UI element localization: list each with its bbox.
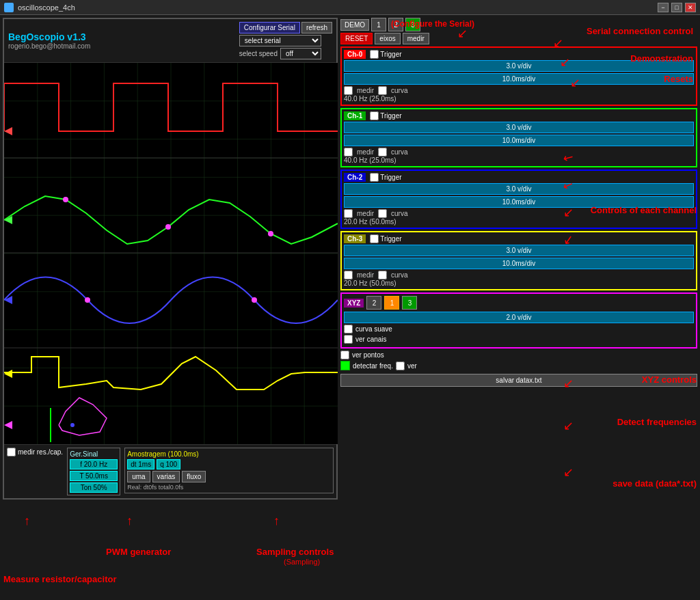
ch2-msdiv-button[interactable]: 10.0ms/div bbox=[344, 196, 694, 208]
save-button[interactable]: salvar datax.txt bbox=[340, 374, 697, 387]
ch1-curva-checkbox[interactable] bbox=[378, 148, 387, 156]
ch0-freq: 40.0 Hz (25.0ms) bbox=[344, 95, 694, 103]
svg-point-27 bbox=[268, 231, 273, 236]
uma-button[interactable]: uma bbox=[127, 471, 150, 482]
detectar-freq-label: detectar freq. bbox=[353, 362, 393, 370]
app-title: BegOscopio v1.3 bbox=[8, 31, 90, 42]
ver-canais-row: ver canais bbox=[344, 335, 694, 344]
ch1-curva-label: curva bbox=[391, 148, 407, 156]
ch3-trigger-label: Trigger bbox=[380, 235, 401, 243]
xyz-1-button[interactable]: 1 bbox=[384, 296, 399, 310]
ch0-curva-checkbox[interactable] bbox=[378, 86, 387, 95]
annotation-sampling-sub: (Sampling) bbox=[284, 558, 320, 566]
ch0-trigger-checkbox[interactable] bbox=[370, 50, 379, 59]
dt-display[interactable]: dt 1ms bbox=[127, 459, 154, 469]
app-icon bbox=[4, 3, 14, 12]
curva-suave-checkbox[interactable] bbox=[344, 325, 353, 333]
ch2-trigger-checkbox[interactable] bbox=[370, 173, 379, 182]
freq-hz-display[interactable]: f 20.0 Hz bbox=[70, 459, 118, 469]
ch0-vdiv-button[interactable]: 3.0 v/div bbox=[344, 60, 694, 72]
pwm-group: Ger.Sinal f 20.0 Hz T 50.0ms Ton 50% bbox=[67, 448, 120, 495]
ch2-trigger-label: Trigger bbox=[380, 174, 401, 181]
ch2-medir-checkbox[interactable] bbox=[344, 209, 353, 218]
ch3-freq: 20.0 Hz (50.0ms) bbox=[344, 279, 694, 287]
medir-res-checkbox[interactable] bbox=[7, 448, 16, 456]
configurar-serial-button[interactable]: Configurar Serial bbox=[239, 22, 300, 33]
ch3-medir-checkbox[interactable] bbox=[344, 271, 353, 279]
svg-point-29 bbox=[85, 297, 90, 303]
select-speed-dropdown[interactable]: off bbox=[280, 48, 321, 59]
window-controls: − □ ✕ bbox=[658, 3, 696, 12]
ch2-curva-checkbox[interactable] bbox=[378, 209, 387, 218]
sampling-title: Amostragem (100.0ms) bbox=[127, 450, 331, 458]
ch2-vdiv-button[interactable]: 3.0 v/div bbox=[344, 183, 694, 195]
ver-canais-checkbox[interactable] bbox=[344, 335, 353, 344]
ch2-freq: 20.0 Hz (50.0ms) bbox=[344, 218, 694, 226]
title-bar: oscilloscope_4ch − □ ✕ bbox=[0, 0, 700, 15]
ch3-curva-checkbox[interactable] bbox=[378, 271, 387, 279]
app-email: rogerio.bego@hotmail.com bbox=[8, 42, 90, 50]
window-title: oscilloscope_4ch bbox=[18, 3, 658, 12]
demo-label: DEMO bbox=[340, 19, 369, 31]
maximize-button[interactable]: □ bbox=[671, 3, 682, 12]
svg-point-30 bbox=[252, 297, 257, 303]
top-controls: Configurar Serial refresh select serial … bbox=[239, 22, 332, 59]
refresh-button[interactable]: refresh bbox=[301, 22, 332, 33]
medir-button[interactable]: medir bbox=[403, 33, 429, 44]
varias-button[interactable]: varias bbox=[152, 471, 180, 482]
detect-freq-indicator bbox=[340, 361, 350, 370]
ch1-vdiv-button[interactable]: 3.0 v/div bbox=[344, 122, 694, 133]
period-display[interactable]: T 50.0ms bbox=[70, 471, 118, 481]
annotation-sampling: Sampling controls bbox=[256, 547, 334, 557]
arrow-sampling: ↑ bbox=[273, 514, 280, 528]
reset-row: RESET eixos medir bbox=[340, 33, 697, 44]
xyz-vdiv-button[interactable]: 2.0 v/div bbox=[344, 312, 694, 323]
reset-button[interactable]: RESET bbox=[340, 33, 373, 44]
osc-header: BegOscopio v1.3 rogerio.bego@hotmail.com… bbox=[4, 19, 336, 63]
ch0-trigger-label: Trigger bbox=[380, 51, 401, 58]
xyz-2-button[interactable]: 2 bbox=[366, 296, 381, 310]
annotation-measure-rc: Measure resistor/capacitor bbox=[3, 574, 116, 584]
ch0-msdiv-button[interactable]: 10.0ms/div bbox=[344, 73, 694, 85]
minimize-button[interactable]: − bbox=[658, 3, 669, 12]
demo-1-button[interactable]: 1 bbox=[371, 18, 386, 31]
q-display[interactable]: q 100 bbox=[157, 459, 180, 469]
bottom-right-controls: ver pontos detectar freq. ver salvar dat… bbox=[340, 351, 697, 387]
demo-row: DEMO 1 2 3 bbox=[340, 18, 697, 31]
demo-3-button[interactable]: 3 bbox=[405, 18, 420, 31]
demo-2-button[interactable]: 2 bbox=[388, 18, 403, 31]
medir-res-label: medir res./cap. bbox=[18, 448, 63, 456]
ver-freq-label: ver bbox=[407, 362, 417, 370]
medir-res-check[interactable]: medir res./cap. bbox=[7, 448, 63, 456]
ch1-freq: 40.0 Hz (25.0ms) bbox=[344, 156, 694, 164]
close-button[interactable]: ✕ bbox=[685, 3, 696, 12]
ver-canais-label: ver canais bbox=[355, 336, 387, 343]
ch3-trigger-checkbox[interactable] bbox=[370, 234, 379, 243]
fluxo-button[interactable]: fluxo bbox=[182, 471, 206, 482]
xyz-label: XYZ bbox=[344, 299, 364, 308]
select-serial-dropdown[interactable]: select serial bbox=[239, 35, 321, 46]
arrow-pwm: ↑ bbox=[126, 514, 133, 528]
svg-point-25 bbox=[63, 197, 68, 202]
channel-3-block: Ch-3 Trigger 3.0 v/div 10.0ms/div medir … bbox=[340, 231, 697, 290]
ch1-msdiv-button[interactable]: 10.0ms/div bbox=[344, 135, 694, 146]
ch0-medir-checkbox[interactable] bbox=[344, 86, 353, 95]
select-speed-label: select speed bbox=[239, 50, 278, 57]
ch0-label: Ch-0 bbox=[344, 50, 366, 59]
xyz-3-button[interactable]: 3 bbox=[402, 296, 417, 310]
ch1-medir-checkbox[interactable] bbox=[344, 148, 353, 156]
ch3-vdiv-button[interactable]: 3.0 v/div bbox=[344, 245, 694, 256]
svg-point-26 bbox=[165, 224, 171, 230]
ch3-msdiv-button[interactable]: 10.0ms/div bbox=[344, 258, 694, 269]
channel-2-block: Ch-2 Trigger 3.0 v/div 10.0ms/div medir … bbox=[340, 169, 697, 229]
ver-freq-checkbox[interactable] bbox=[396, 362, 405, 370]
eixos-button[interactable]: eixos bbox=[375, 33, 400, 44]
ch1-trigger-checkbox[interactable] bbox=[370, 111, 379, 120]
xyz-section: XYZ 2 1 3 2.0 v/div curva suave ver cana… bbox=[340, 292, 697, 349]
arrow-measure-rc: ↑ bbox=[24, 514, 30, 528]
ton-display[interactable]: Ton 50% bbox=[70, 482, 118, 493]
ver-pontos-checkbox[interactable] bbox=[340, 351, 349, 359]
osc-display bbox=[4, 63, 338, 444]
osc-grid bbox=[4, 63, 338, 444]
annotation-pwm: PWM generator bbox=[106, 547, 171, 557]
